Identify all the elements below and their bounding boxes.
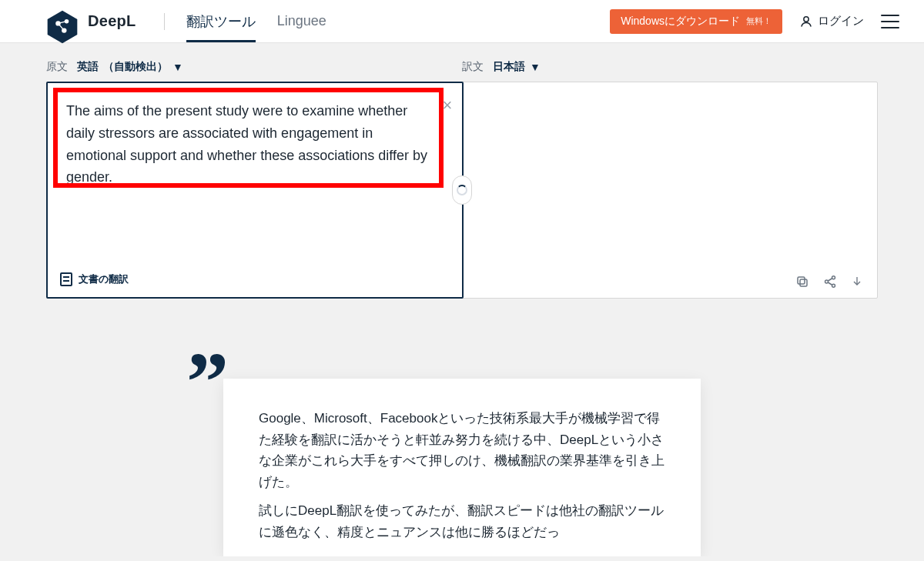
document-translate-label: 文書の翻訳	[79, 272, 129, 286]
svg-marker-0	[48, 10, 78, 42]
document-translate-button[interactable]: 文書の翻訳	[60, 272, 129, 286]
copy-icon[interactable]	[795, 275, 809, 289]
target-lang-selector[interactable]: 日本語 ▼	[493, 60, 541, 74]
user-icon	[799, 15, 813, 28]
target-lang-name: 日本語	[493, 60, 525, 74]
logo[interactable]: DeepL	[45, 6, 136, 37]
svg-rect-7	[800, 279, 807, 286]
logo-icon	[45, 9, 80, 40]
document-icon	[60, 272, 72, 286]
testimonial-body: Google、Microsoft、Facebookといった技術系最大手が機械学習…	[259, 408, 665, 543]
source-lang-cell: 原文 英語 （自動検出） ▼	[46, 60, 462, 74]
nav-linguee[interactable]: Linguee	[277, 0, 326, 42]
chevron-down-icon: ▼	[530, 61, 541, 73]
loading-spinner-icon	[457, 185, 467, 195]
source-lang-detect: （自動検出）	[103, 60, 168, 74]
source-textarea[interactable]	[48, 83, 462, 297]
target-label: 訳文	[462, 60, 484, 74]
target-lang-cell: 訳文 日本語 ▼	[462, 60, 878, 74]
source-lang-name: 英語	[77, 60, 99, 74]
testimonial-paragraph: Google、Microsoft、Facebookといった技術系最大手が機械学習…	[259, 408, 665, 493]
output-actions	[795, 275, 863, 289]
svg-point-6	[804, 16, 808, 21]
nav-translate[interactable]: 翻訳ツール	[186, 0, 256, 42]
download-icon[interactable]	[851, 275, 863, 289]
brand-name: DeepL	[88, 12, 136, 30]
source-lang-selector[interactable]: 英語 （自動検出） ▼	[77, 60, 183, 74]
swap-languages-button[interactable]	[452, 175, 472, 205]
divider	[164, 13, 165, 30]
translator-section: 原文 英語 （自動検出） ▼ 訳文 日本語 ▼ × 文書の翻訳	[0, 43, 924, 336]
svg-rect-8	[798, 277, 805, 284]
testimonial-paragraph: 試しにDeepL翻訳を使ってみたが、翻訳スピードは他社の翻訳ツールに遜色なく、精…	[259, 500, 665, 543]
svg-line-12	[828, 279, 832, 282]
clear-source-icon[interactable]: ×	[439, 97, 456, 114]
chevron-down-icon: ▼	[172, 61, 183, 73]
language-row: 原文 英語 （自動検出） ▼ 訳文 日本語 ▼	[46, 60, 878, 74]
testimonial-section: ” Google、Microsoft、Facebookといった技術系最大手が機械…	[0, 336, 924, 556]
testimonial-card: ” Google、Microsoft、Facebookといった技術系最大手が機械…	[223, 379, 701, 556]
target-pane	[463, 82, 877, 298]
login-label: ログイン	[818, 14, 864, 28]
primary-nav: 翻訳ツール Linguee	[186, 0, 326, 42]
source-pane: × 文書の翻訳	[46, 82, 464, 299]
menu-icon[interactable]	[881, 15, 899, 28]
quote-mark-icon: ”	[186, 352, 229, 412]
download-cta-badge: 無料！	[746, 15, 772, 27]
svg-line-13	[828, 282, 832, 286]
download-cta-label: Windowsにダウンロード	[621, 15, 740, 28]
login-button[interactable]: ログイン	[799, 14, 864, 28]
top-header: DeepL 翻訳ツール Linguee Windowsにダウンロード 無料！ ロ…	[0, 0, 924, 43]
download-cta[interactable]: Windowsにダウンロード 無料！	[610, 9, 782, 34]
translator-panes: × 文書の翻訳	[46, 82, 878, 299]
share-icon[interactable]	[823, 275, 837, 289]
source-label: 原文	[46, 60, 68, 74]
header-right: Windowsにダウンロード 無料！ ログイン	[610, 9, 899, 34]
